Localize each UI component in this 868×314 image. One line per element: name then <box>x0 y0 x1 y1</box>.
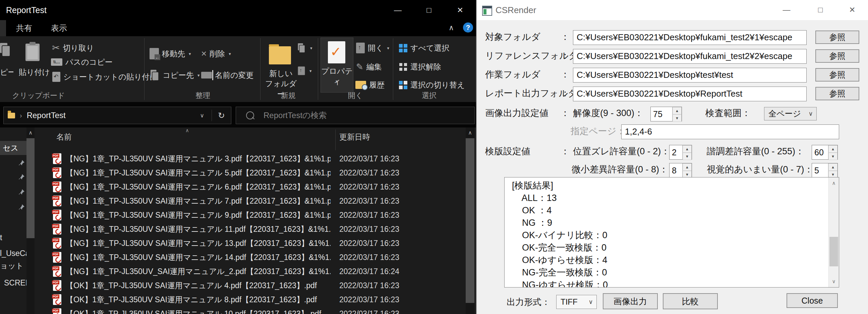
invert-selection-button[interactable]: 選択の切り替え <box>399 79 465 91</box>
close-icon[interactable]: ✕ <box>444 0 476 20</box>
scroll-down-icon[interactable]: ∨ <box>829 277 839 286</box>
pages-input[interactable]: 1,2,4-6 <box>621 124 839 139</box>
sidebar-item-quick-access[interactable]: セス <box>0 141 29 155</box>
table-row[interactable]: 【NG】1章_TP-JL350UV SAI運用マニュアル 5.pdf【22031… <box>34 166 466 180</box>
delete-button[interactable]: × 削除 ▾ <box>201 48 231 59</box>
select-all-button[interactable]: すべて選択 <box>399 42 450 54</box>
sidebar-scrollbar[interactable]: ∧ <box>27 127 34 314</box>
pin-icon[interactable] <box>19 159 25 166</box>
spin-up-icon[interactable]: ▲ <box>829 145 837 153</box>
reference-folder-input[interactable]: C:¥Users¥EB030221¥Desktop¥fukami_test2¥2… <box>573 49 807 64</box>
paste-button[interactable]: 貼り付け <box>19 67 50 78</box>
table-row[interactable]: 【NG】1章_TP-JL350UV_SAI運用マニュアル_2.pdf【22031… <box>34 264 466 279</box>
scissors-icon: ✂ <box>52 43 60 53</box>
compare-button[interactable]: 比較 <box>663 293 718 309</box>
table-row[interactable]: 【NG】1章_TP-JL350UV SAI運用マニュアル 7.pdf【22031… <box>34 194 466 208</box>
copy-to-button[interactable]: コピー先 ▾ <box>150 69 200 81</box>
image-output-button[interactable]: 画像出力 <box>603 293 658 309</box>
spin-up-icon[interactable]: ▲ <box>673 107 682 114</box>
column-header-modified[interactable]: 更新日時 <box>339 130 370 144</box>
table-row[interactable]: 【NG】1章_TP-JL350UV SAI運用マニュアル 11.pdf【2203… <box>34 222 466 236</box>
pin-icon[interactable] <box>19 173 25 180</box>
address-dropdown-icon[interactable]: ∨ <box>200 112 204 119</box>
table-row[interactable]: 【OK】1章_TP-JL350UV SAI運用マニュアル 8.pdf【22031… <box>34 292 466 307</box>
properties-button[interactable]: プロパティ ▾ <box>320 37 353 93</box>
table-row[interactable]: 【NG】1章_TP-JL350UV SAI運用マニュアル 14.pdf【2203… <box>34 250 466 264</box>
minimize-icon[interactable]: — <box>382 0 413 20</box>
sidebar-scrollbar-thumb[interactable] <box>27 138 34 238</box>
tab-share[interactable]: 共有 <box>16 20 32 36</box>
easy-access-button[interactable]: ▾ <box>297 65 312 77</box>
pin-icon[interactable] <box>19 189 25 195</box>
spin-up-icon[interactable]: ▲ <box>829 163 837 171</box>
spin-down-icon[interactable]: ▼ <box>683 153 692 160</box>
results-scrollbar-thumb[interactable] <box>830 237 838 266</box>
tone-diff-stepper[interactable]: 60 ▲▼ <box>812 145 838 160</box>
address-bar[interactable]: › ReportTest ∨ ↻ <box>3 107 231 124</box>
column-divider[interactable] <box>335 130 336 150</box>
table-row[interactable]: 【OK】1章_TP-JL350UV SAI運用マニュアル 4.pdf【22031… <box>34 279 466 292</box>
browse-button[interactable]: 参照 <box>815 49 859 63</box>
target-folder-input[interactable]: C:¥Users¥EB030221¥Desktop¥fukami_test2¥1… <box>573 30 807 45</box>
new-item-button[interactable]: ▾ <box>297 42 312 54</box>
sidebar-item[interactable]: t <box>0 230 27 245</box>
spin-up-icon[interactable]: ▲ <box>683 163 692 171</box>
group-label-select: 選択 <box>401 91 458 101</box>
output-format-select[interactable]: TIFF ∨ <box>556 295 597 309</box>
history-button[interactable]: 履歴 <box>355 79 384 91</box>
browse-button[interactable]: 参照 <box>815 87 859 100</box>
report-folder-input[interactable]: C:¥Users¥EB030221¥Desktop¥ReportTest <box>573 87 807 101</box>
pin-icon[interactable] <box>19 204 25 210</box>
edit-button[interactable]: ✎ 編集 <box>356 61 382 73</box>
sort-ascending-icon[interactable]: ∧ <box>185 127 189 134</box>
close-button[interactable]: Close <box>786 293 838 308</box>
help-icon[interactable]: ? <box>463 23 473 32</box>
table-row[interactable]: 【OK】1章_TP-JL350UV SAI運用マニュアル 10.pdf【2203… <box>34 307 466 314</box>
move-to-button[interactable]: 移動先 ▾ <box>150 48 191 59</box>
browse-button[interactable]: 参照 <box>815 31 859 44</box>
sidebar-item[interactable]: SCREEI <box>0 276 31 290</box>
visual-ambiguity-stepper[interactable]: 5 ▲▼ <box>812 163 838 178</box>
select-none-button[interactable]: 選択解除 <box>399 61 441 73</box>
position-shift-stepper[interactable]: 2 ▲▼ <box>669 145 692 160</box>
browse-button[interactable]: 参照 <box>815 68 859 82</box>
table-row[interactable]: 【NG】1章_TP-JL350UV SAI運用マニュアル 13.pdf【2203… <box>34 236 466 250</box>
scroll-up-icon[interactable]: ∧ <box>466 127 474 138</box>
maximize-icon[interactable]: □ <box>413 0 444 20</box>
copy-path-button[interactable]: \\… パスのコピー <box>51 56 113 68</box>
scroll-up-icon[interactable]: ∧ <box>829 178 839 188</box>
minimize-icon[interactable]: — <box>775 0 798 20</box>
refresh-icon[interactable]: ↻ <box>212 111 231 120</box>
collapse-ribbon-icon[interactable]: ∧ <box>448 20 454 36</box>
spin-down-icon[interactable]: ▼ <box>673 114 682 122</box>
search-box[interactable]: ReportTestの検索 <box>236 107 475 124</box>
results-scrollbar[interactable]: ∧ ∨ <box>829 177 839 287</box>
maximize-icon[interactable]: □ <box>809 0 832 20</box>
tab-view[interactable]: 表示 <box>51 20 67 36</box>
open-button[interactable]: 開く ▾ <box>356 42 389 54</box>
sidebar-item[interactable]: l_UseCa <box>0 246 27 260</box>
spin-up-icon[interactable]: ▲ <box>683 145 692 153</box>
table-row[interactable]: 【NG】1章_TP-JL350UV SAI運用マニュアル 3.pdf【22031… <box>34 152 466 166</box>
copy-button[interactable]: ピー <box>0 67 13 78</box>
scan-range-select[interactable]: 全ページ ∨ <box>764 107 817 120</box>
sidebar-item[interactable]: ョット <box>0 259 27 273</box>
file-list-scrollbar-thumb[interactable] <box>466 138 474 303</box>
file-list-scrollbar[interactable]: ∧ <box>466 127 474 314</box>
column-header-name[interactable]: 名前 <box>56 130 72 144</box>
paste-icon[interactable] <box>26 44 39 62</box>
scroll-up-icon[interactable]: ∧ <box>27 127 34 138</box>
rename-button[interactable]: 名前の変更 <box>201 69 254 81</box>
copy-icon[interactable] <box>0 43 13 62</box>
inspection-results-box[interactable]: [検版結果] ALL：13 OK ：4 NG ：9 OK-バイナリ比較：0 OK… <box>504 177 839 287</box>
breadcrumb[interactable]: ReportTest <box>27 111 66 120</box>
paste-shortcut-button[interactable]: ショートカットの貼り付け <box>52 71 158 83</box>
close-icon[interactable]: ✕ <box>840 0 864 20</box>
spin-down-icon[interactable]: ▼ <box>829 153 837 160</box>
cut-button[interactable]: ✂ 切り取り <box>52 42 94 54</box>
minor-diff-stepper[interactable]: 8 ▲▼ <box>669 163 692 178</box>
resolution-stepper[interactable]: 75 ▲▼ <box>650 107 682 121</box>
table-row[interactable]: 【NG】1章_TP-JL350UV SAI運用マニュアル 6.pdf【22031… <box>34 180 466 194</box>
table-row[interactable]: 【NG】1章_TP-JL350UV SAI運用マニュアル 9.pdf【22031… <box>34 208 466 222</box>
work-folder-input[interactable]: C:¥Users¥EB030221¥Desktop¥test¥test <box>573 68 807 83</box>
